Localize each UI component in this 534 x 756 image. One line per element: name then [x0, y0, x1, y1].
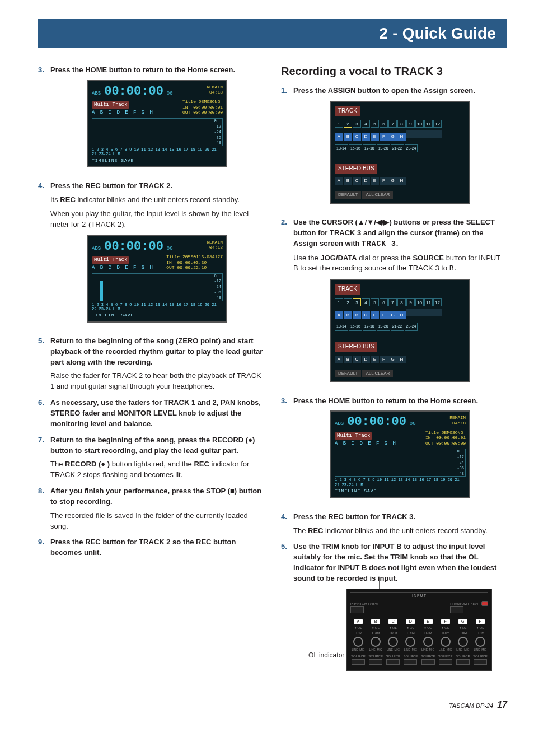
ol-indicator-caption: OL indicator	[308, 651, 344, 660]
step-number: 7.	[38, 435, 50, 480]
step-title: After you finish your performance, press…	[50, 486, 264, 507]
home-screen-figure-2: ABS 00:00:00 00 REMAIN04:18 Multi Track …	[50, 235, 264, 323]
trim-knob	[441, 637, 451, 647]
source-row: SOURCE SOURCE SOURCE SOURCE SOURCE SOURC…	[350, 654, 488, 665]
channel-e: E● OLTRIMLINE MIC	[420, 615, 436, 652]
right-step-5: 5. Use the TRIM knob for INPUT B to adju…	[281, 542, 507, 678]
trim-knob	[423, 637, 433, 647]
right-step-4: 4. Press the REC button for TRACK 3. The…	[281, 512, 507, 536]
assign-screenshot: TRACK 123456789101112 ABBDEFGH 13-1415-1…	[330, 279, 470, 382]
mode-badge: Multi Track	[92, 101, 129, 109]
scale-row: 1 2 3 4 5 6 7 8 9 10 11 12 13-14 15-16 1…	[335, 478, 466, 487]
source-button	[474, 659, 487, 665]
input-panel: INPUT PHANTOM (+48V) PHANTOM (+48V) A● O…	[346, 589, 492, 671]
bottom-row: TIMELINE SAVE	[92, 312, 223, 318]
channel-row: A● OLTRIMLINE MIC B● OLTRIMLINE MIC C● O…	[350, 615, 488, 652]
step-number: 9.	[38, 537, 50, 558]
step-number: 2.	[281, 217, 293, 390]
step-number: 5.	[38, 336, 50, 392]
title-info: Title DEMOSONG IN 00:00:00:01 OUT 00:00:…	[425, 430, 466, 446]
assign-header: TRACK	[335, 284, 360, 295]
left-column: 3. Press the HOME button to return to th…	[38, 65, 264, 684]
remain-block: REMAIN04:18	[207, 85, 223, 95]
footer-brand: TASCAM DP-24	[449, 702, 493, 709]
bus-sources: ABCDEFGH	[335, 175, 466, 185]
pair-row: 13-1415-1617-1819-2021-2223-24	[335, 320, 466, 331]
channel-g: G● OLTRIMLINE MIC	[455, 615, 471, 652]
left-step-5: 5. Return to the beginning of the song (…	[38, 336, 264, 392]
trim-knob	[458, 637, 468, 647]
step-text: The RECORD (● ) button lights red, and t…	[50, 459, 264, 480]
source-button	[404, 659, 417, 665]
bottom-row: TIMELINE SAVE	[335, 488, 466, 494]
source-button	[439, 659, 452, 665]
step-number: 5.	[281, 542, 293, 678]
step-title: Return to the beginning of the song (ZER…	[50, 336, 264, 368]
abs-label: ABS	[92, 91, 101, 96]
left-step-7: 7. Return to the beginning of the song, …	[38, 435, 264, 480]
trim-knob	[388, 637, 398, 647]
step-text: The REC indicator blinks and the unit en…	[293, 526, 507, 536]
left-steps: 3. Press the HOME button to return to th…	[38, 65, 264, 558]
meter-area: 0-12-24-36-48	[92, 118, 223, 146]
abs-label: ABS	[92, 246, 101, 251]
track-numbers: 123456789101112	[335, 297, 466, 307]
step-text: The recorded file is saved in the folder…	[50, 511, 264, 532]
trim-knob	[371, 637, 381, 647]
phantom-label-right: PHANTOM (+48V)	[450, 601, 478, 606]
pair-row: 13-1415-1617-1819-2021-2223-24	[335, 142, 466, 153]
source-button	[456, 659, 470, 665]
time-sub: 00	[410, 421, 416, 427]
meter-area: 0-12-24-36-48	[92, 273, 223, 301]
home-screen-figure-1: ABS 00:00:00 00 REMAIN04:18 Multi Track …	[50, 80, 264, 167]
step-text: When you play the guitar, the input leve…	[50, 209, 264, 231]
step-title: As necessary, use the faders for TRACK 1…	[50, 398, 264, 430]
step-title: Press the HOME button to return to the H…	[50, 65, 264, 76]
left-step-6: 6. As necessary, use the faders for TRAC…	[38, 398, 264, 430]
right-column: Recording a vocal to TRACK 3 1. Press th…	[281, 65, 507, 684]
home-screen-figure-3: ABS 00:00:00 00 REMAIN04:18 Multi Track …	[293, 410, 507, 498]
phantom-label-left: PHANTOM (+48V)	[350, 601, 378, 606]
scale-row: 1 2 3 4 5 6 7 8 9 10 11 12 13-14 15-16 1…	[92, 147, 223, 157]
channel-f: F● OLTRIMLINE MIC	[438, 615, 453, 652]
right-steps: 1. Press the ASSIGN button to open the A…	[281, 86, 507, 679]
chapter-header: 2 - Quick Guide	[38, 19, 507, 48]
assign-screen-figure-1: TRACK 123456789101112 ABCDEFGH 13-1415-1…	[293, 101, 507, 204]
right-step-1: 1. Press the ASSIGN button to open the A…	[281, 86, 507, 212]
title-info: Title DEMOSONG IN 00:00:00:01 OUT 00:00:…	[182, 99, 223, 115]
abs-label: ABS	[335, 421, 344, 427]
section-heading: Recording a vocal to TRACK 3	[281, 65, 507, 80]
meter-area: 0-12-24-36-48	[335, 449, 466, 477]
step-number: 3.	[281, 396, 293, 506]
step-title: Return to the beginning of the song, pre…	[50, 435, 264, 456]
step-title: Use the CURSOR (▲/▼/◀/▶) buttons or pres…	[293, 217, 507, 250]
step-number: 6.	[38, 398, 50, 430]
lcd-screenshot: ABS 00:00:00 00 REMAIN04:18 Multi Track …	[330, 410, 470, 498]
step-text: Raise the fader for TRACK 2 to hear both…	[50, 371, 264, 392]
bus-sources: ABCDEFGH	[335, 353, 466, 364]
phantom-switch	[450, 606, 463, 613]
time-counter: 00:00:00	[347, 415, 406, 429]
assign-header: TRACK	[335, 106, 360, 116]
content-columns: 3. Press the HOME button to return to th…	[38, 65, 507, 684]
step-title: Press the REC button for TRACK 3.	[293, 512, 507, 522]
lcd-screenshot: ABS 00:00:00 00 REMAIN04:18 Multi Track …	[87, 235, 227, 323]
assign-screenshot: TRACK 123456789101112 ABCDEFGH 13-1415-1…	[330, 101, 470, 204]
source-button	[386, 659, 400, 665]
track-numbers: 123456789101112	[335, 118, 466, 129]
channel-d: D● OLTRIMLINE MIC	[402, 615, 418, 652]
step-title: Press the REC button for TRACK 2 so the …	[50, 537, 264, 558]
input-panel-figure: OL indicator INPUT PHANTOM (+48V) PHANTO…	[293, 589, 507, 671]
source-row: ABBDEFGH	[335, 309, 466, 320]
remain-block: REMAIN04:18	[449, 415, 466, 426]
mode-badge: Multi Track	[92, 256, 129, 264]
right-step-2: 2. Use the CURSOR (▲/▼/◀/▶) buttons or p…	[281, 217, 507, 390]
panel-title: INPUT	[350, 592, 488, 599]
title-info: Title 20500113-084127 IN 00:00:03:39 OUT…	[166, 254, 223, 270]
right-step-3: 3. Press the HOME button to return to th…	[281, 396, 507, 506]
left-step-8: 8. After you finish your performance, pr…	[38, 486, 264, 531]
left-step-9: 9. Press the REC button for TRACK 2 so t…	[38, 537, 264, 558]
remain-block: REMAIN04:18	[207, 240, 223, 250]
time-sub: 00	[167, 246, 173, 251]
input-led	[481, 601, 488, 606]
